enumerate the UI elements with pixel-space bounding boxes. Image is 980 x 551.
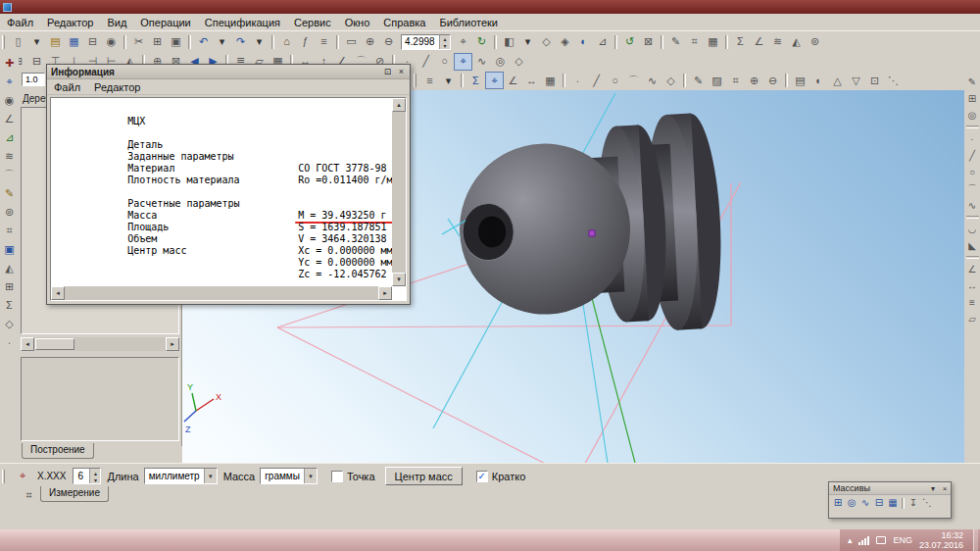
toolbar-grip[interactable] [2,470,5,483]
grid-icon[interactable]: ▦ [704,33,722,51]
scroll-left-icon[interactable] [21,337,34,351]
shaded-view-icon[interactable]: ◐ [574,33,593,51]
pyramid-icon[interactable]: ◭ [787,33,806,51]
parameterization-icon[interactable]: ≋ [1,148,18,165]
pencil-icon[interactable]: ✎ [689,72,708,89]
selection-tool-icon[interactable]: ⊚ [1,204,18,221]
coordinate-icon[interactable]: ⌖ [14,468,31,485]
clock[interactable]: 16:32 23.07.2016 [919,530,966,550]
toolbar-grip[interactable] [2,35,5,49]
menu-item[interactable]: Спецификация [198,15,287,30]
dimensions-tool-icon[interactable]: ⌖ [1,74,18,90]
zoom-combo[interactable]: 4.2998 ▴▾ [401,34,451,50]
tab-measurement[interactable]: Измерение [40,486,109,502]
info-menu-item[interactable]: Редактор [87,80,147,94]
orientation-dropdown-icon[interactable]: ▾ [518,33,537,51]
target-icon[interactable]: ⊚ [806,33,824,51]
rotate-view-icon[interactable]: ↻ [472,33,491,51]
shade-icon[interactable]: ◐ [809,72,828,89]
info-vertical-scrollbar[interactable] [392,98,406,286]
triangle-up-icon[interactable]: △ [828,72,847,89]
menu-item[interactable]: Операции [133,15,197,30]
properties-icon[interactable]: ≡ [315,33,333,51]
table-array-icon[interactable]: ▦ [886,496,900,510]
polygon-style-icon[interactable]: ◇ [510,53,528,71]
circular-array-icon[interactable]: ◎ [845,496,858,510]
point-icon[interactable]: ∙ [965,131,980,146]
surface-tool-icon[interactable]: ▣ [1,241,18,258]
array-settings-icon[interactable]: ↧ [906,496,920,510]
scroll-right-icon[interactable] [378,286,392,300]
mcx-icon[interactable]: Σ [466,72,485,89]
line-icon[interactable]: ╱ [965,148,980,163]
print-icon[interactable]: ⊟ [83,33,102,51]
center-mass-button[interactable]: Центр масс [385,467,463,485]
sketch-icon[interactable]: ✎ [965,75,980,89]
linear-dim-icon[interactable]: ↔ [965,278,980,293]
circle-style-icon[interactable]: ○ [435,53,454,71]
monitor-icon[interactable] [876,536,886,544]
preview-icon[interactable]: ◉ [102,33,121,51]
wireframe-icon[interactable]: ◇ [537,33,556,51]
sum-icon[interactable]: Σ [731,33,750,51]
open-icon[interactable]: ▤ [46,33,65,51]
scroll-left-icon[interactable] [51,286,65,300]
separator[interactable] [725,35,728,49]
pan-icon[interactable]: ⌖ [454,33,472,51]
hatch-icon[interactable]: ▨ [708,72,726,89]
point-tool-icon[interactable]: ∙ [1,334,18,351]
texture-icon[interactable]: ▤ [791,72,809,89]
orientation-icon[interactable]: ◧ [500,33,518,51]
edit-part-icon[interactable]: ⊿ [1,129,18,146]
undo-icon[interactable]: ↶ [194,33,213,51]
triangle-down-icon[interactable]: ▽ [847,72,865,89]
arrays-panel[interactable]: Массивы ▾ × ⊞◎∿⊟▦↧⋱ [828,481,952,519]
3d-part[interactable] [454,112,725,341]
panel-menu-icon[interactable]: ≡ [420,72,439,89]
point-draw-icon[interactable]: ∙ [568,72,587,89]
measure-distance-icon[interactable]: ⌖ [485,72,504,89]
tab-construction[interactable]: Построение [22,443,94,459]
array-tool-icon[interactable]: ⊞ [1,278,18,295]
chevron-down-icon[interactable]: ▾ [204,469,217,483]
checkbox-box[interactable] [476,471,488,482]
geometry-tool-icon[interactable]: ✚ [1,55,18,72]
spline-icon[interactable]: ∿ [965,198,980,213]
zoom-plus-icon[interactable]: ⊕ [745,72,763,89]
chevron-down-icon[interactable]: ▾ [304,469,317,483]
pin-icon[interactable]: ⊡ [381,66,394,77]
info-menu-item[interactable]: Файл [47,80,87,94]
separator[interactable] [336,35,339,49]
spin-buttons[interactable]: ▴▾ [89,469,100,483]
chevron-down-icon[interactable]: ▾ [927,483,939,494]
angle-icon[interactable]: ∠ [750,33,768,51]
paste-icon[interactable]: ▣ [167,33,185,51]
designation-tool-icon[interactable]: ◉ [1,92,18,109]
separator[interactable] [785,74,788,87]
back-view-icon[interactable]: ⊟ [27,53,46,71]
separator[interactable] [966,125,979,128]
separator[interactable] [494,35,497,49]
angle-tool-icon[interactable]: ∠ [1,111,18,127]
close-icon[interactable]: × [939,483,951,494]
wave-icon[interactable]: ≋ [768,33,787,51]
sum-tool-icon[interactable]: Σ [1,297,18,314]
separator[interactable] [461,74,464,87]
axis-icon[interactable]: ≡ [965,295,980,310]
separator[interactable] [563,74,565,87]
measure-panel-icon[interactable]: ⌗ [20,486,38,504]
array-more-icon[interactable]: ⋱ [920,496,934,510]
scroll-up-icon[interactable] [392,98,406,112]
scrollbar-thumb[interactable] [35,338,74,350]
curve-draw-icon[interactable]: ◇ [662,72,680,89]
measure-mode-icon[interactable]: ⌖ [454,53,472,71]
perspective-icon[interactable]: ⊿ [593,33,612,51]
arc-draw-icon[interactable]: ⌒ [624,72,643,89]
point-checkbox[interactable]: Точка [331,471,375,482]
scroll-down-icon[interactable] [392,273,406,286]
save-icon[interactable]: ▦ [65,33,83,51]
sketch-mode-icon[interactable]: ✎ [666,33,685,51]
hidden-icons-button[interactable]: ▴ [848,536,853,545]
show-all-icon[interactable]: ⊠ [639,33,658,51]
checkbox-box[interactable] [331,471,343,482]
